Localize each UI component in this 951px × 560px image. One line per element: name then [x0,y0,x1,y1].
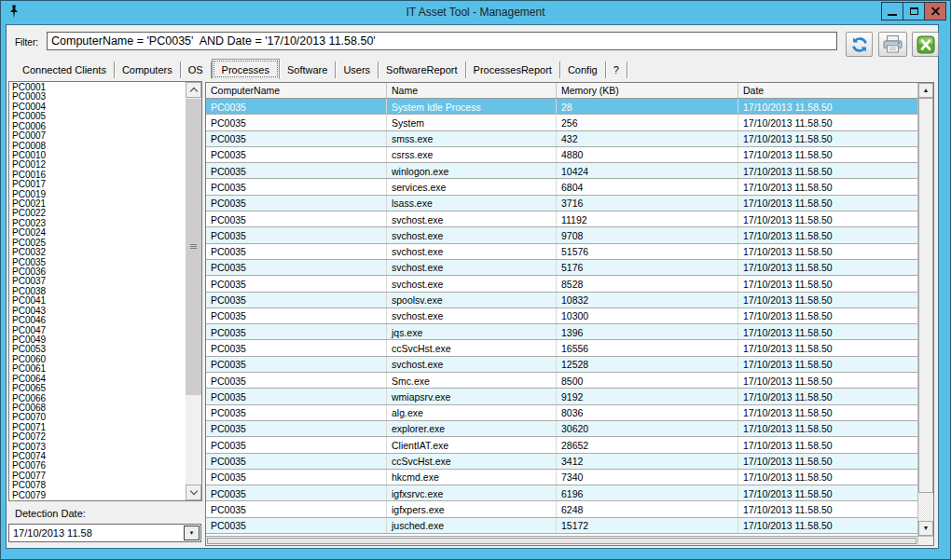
table-cell[interactable]: PC0035 [206,405,387,420]
table-row[interactable]: PC0035ClientIAT.exe2865217/10/2013 11.58… [206,437,917,453]
table-row[interactable]: PC0035winlogon.exe1042417/10/2013 11.58.… [206,163,917,179]
table-row[interactable]: PC0035jusched.exe1517217/10/2013 11.58.5… [206,518,917,534]
table-cell[interactable]: 3412 [557,454,738,469]
table-cell[interactable]: 17/10/2013 11.58.50 [738,115,917,130]
computer-list-item[interactable]: PC0007 [12,131,186,141]
table-cell[interactable]: 17/10/2013 11.58.50 [738,324,917,339]
table-cell[interactable]: PC0035 [206,518,387,533]
table-cell[interactable]: 9192 [557,389,738,403]
scroll-up-button[interactable] [186,82,201,98]
scroll-down-button[interactable] [186,485,201,500]
table-horizontal-scrollbar[interactable] [206,536,917,545]
table-cell[interactable]: PC0035 [206,454,387,469]
table-cell[interactable]: 1396 [557,324,738,339]
maximize-button[interactable] [903,2,925,20]
table-cell[interactable]: PC0035 [206,260,387,275]
table-cell[interactable]: svchost.exe [387,260,557,275]
refresh-button[interactable] [846,32,873,57]
table-cell[interactable]: 10300 [557,308,738,323]
table-cell[interactable]: PC0035 [206,340,387,355]
table-cell[interactable]: 17/10/2013 11.58.50 [738,501,917,516]
table-cell[interactable]: wmiapsrv.exe [387,389,557,403]
table-cell[interactable]: System Idle Process [387,99,557,114]
table-cell[interactable]: svchost.exe [387,212,557,226]
table-cell[interactable]: 11192 [557,212,738,226]
table-row[interactable]: PC0035svchost.exe1252817/10/2013 11.58.5… [206,357,917,373]
table-vertical-scrollbar[interactable]: ▲ ▼ [917,83,933,536]
table-row[interactable]: PC0035svchost.exe1030017/10/2013 11.58.5… [206,308,917,324]
table-cell[interactable]: 17/10/2013 11.58.50 [738,421,917,436]
table-row[interactable]: PC0035svchost.exe970817/10/2013 11.58.50 [206,227,917,243]
close-button[interactable] [924,2,946,20]
table-row[interactable]: PC0035svchost.exe5157617/10/2013 11.58.5… [206,244,917,260]
table-cell[interactable]: 17/10/2013 11.58.50 [738,244,917,259]
table-cell[interactable]: PC0035 [206,470,387,485]
computer-list-item[interactable]: PC0065 [12,384,186,393]
table-cell[interactable]: PC0035 [206,99,387,114]
table-cell[interactable]: 16556 [557,340,738,355]
table-row[interactable]: PC0035hkcmd.exe734017/10/2013 11.58.50 [206,470,917,485]
table-cell[interactable]: svchost.exe [387,227,557,242]
table-cell[interactable]: 8500 [557,373,738,388]
table-cell[interactable]: 8036 [557,405,738,420]
table-cell[interactable]: jqs.exe [387,324,557,339]
table-row[interactable]: PC0035ccSvcHst.exe341217/10/2013 11.58.5… [206,454,917,470]
table-cell[interactable]: 17/10/2013 11.58.50 [738,454,917,469]
table-cell[interactable]: 28 [557,99,738,114]
table-cell[interactable]: 6248 [557,501,738,516]
table-cell[interactable]: 17/10/2013 11.58.50 [738,308,917,323]
table-cell[interactable]: 17/10/2013 11.58.50 [738,179,917,194]
table-cell[interactable]: 17/10/2013 11.58.50 [738,470,917,485]
computer-list-item[interactable]: PC0079 [12,491,186,500]
table-cell[interactable]: 17/10/2013 11.58.50 [738,293,917,307]
table-cell[interactable]: 17/10/2013 11.58.50 [738,196,917,211]
table-cell[interactable]: 17/10/2013 11.58.50 [738,357,917,372]
table-cell[interactable]: 17/10/2013 11.58.50 [738,485,917,500]
table-cell[interactable]: winlogon.exe [387,163,557,178]
table-cell[interactable]: 28652 [557,437,738,452]
table-cell[interactable]: PC0035 [206,389,387,403]
table-cell[interactable]: csrss.exe [387,147,557,162]
table-cell[interactable]: 3716 [557,196,738,211]
table-row[interactable]: PC0035svchost.exe517617/10/2013 11.58.50 [206,260,917,276]
tab-users[interactable]: Users [336,61,379,78]
table-row[interactable]: PC0035services.exe680417/10/2013 11.58.5… [206,179,917,195]
table-row[interactable]: PC0035csrss.exe488017/10/2013 11.58.50 [206,147,917,163]
table-row[interactable]: PC0035igfxsrvc.exe619617/10/2013 11.58.5… [206,485,917,501]
table-row[interactable]: PC0035svchost.exe1119217/10/2013 11.58.5… [206,212,917,227]
table-cell[interactable]: svchost.exe [387,308,557,323]
table-cell[interactable]: ClientIAT.exe [387,437,557,452]
tab-softwarereport[interactable]: SoftwareReport [379,61,465,78]
table-cell[interactable]: hkcmd.exe [387,470,557,485]
computer-list-item[interactable]: PC0046 [12,316,186,325]
table-row[interactable]: PC0035lsass.exe371617/10/2013 11.58.50 [206,196,917,212]
table-cell[interactable]: ccSvcHst.exe [387,454,557,469]
tab-processesreport[interactable]: ProcessesReport [466,61,560,78]
table-cell[interactable]: 30620 [557,421,738,436]
table-cell[interactable]: igfxpers.exe [387,501,557,516]
table-cell[interactable]: smss.exe [387,131,557,146]
table-cell[interactable]: PC0035 [206,227,387,242]
table-cell[interactable]: 17/10/2013 11.58.50 [738,405,917,420]
table-cell[interactable]: 7340 [557,470,738,485]
table-cell[interactable]: 17/10/2013 11.58.50 [738,276,917,291]
tab-software[interactable]: Software [280,61,336,78]
table-cell[interactable]: PC0035 [206,373,387,388]
table-cell[interactable]: svchost.exe [387,244,557,259]
table-cell[interactable]: PC0035 [206,244,387,259]
table-cell[interactable]: PC0035 [206,308,387,323]
table-cell[interactable]: 17/10/2013 11.58.50 [738,227,917,242]
table-row[interactable]: PC0035smss.exe43217/10/2013 11.58.50 [206,131,917,147]
filter-input[interactable] [47,32,837,50]
table-row[interactable]: PC0035svchost.exe852817/10/2013 11.58.50 [206,276,917,292]
column-header-date[interactable]: Date [738,83,917,98]
table-cell[interactable]: lsass.exe [387,196,557,211]
detection-date-combobox[interactable]: 17/10/2013 11.58 ▼ [8,524,201,542]
table-cell[interactable]: 17/10/2013 11.58.50 [738,340,917,355]
table-cell[interactable]: 17/10/2013 11.58.50 [738,212,917,226]
table-row[interactable]: PC0035ccSvcHst.exe1655617/10/2013 11.58.… [206,340,917,356]
table-cell[interactable]: svchost.exe [387,357,557,372]
table-cell[interactable]: PC0035 [206,421,387,436]
table-cell[interactable]: svchost.exe [387,276,557,291]
table-cell[interactable]: PC0035 [206,196,387,211]
